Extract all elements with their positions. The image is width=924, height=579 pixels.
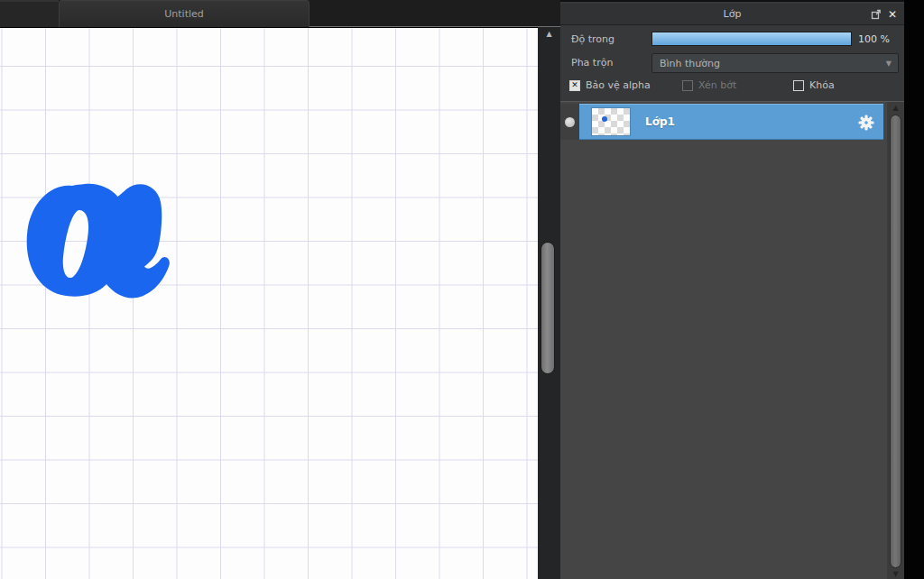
layer-panel-title: Lớp xyxy=(560,8,904,20)
layer-settings-gear-icon[interactable] xyxy=(858,115,874,131)
checkbox-lock[interactable]: Khóa xyxy=(793,79,835,91)
checkbox-protect-alpha-label: Bảo vệ alpha xyxy=(586,79,651,91)
layer-visibility-cell[interactable] xyxy=(560,104,579,140)
layer-list: Lớp1 ▲ ▼ xyxy=(560,101,904,579)
layer-visible-icon xyxy=(565,117,575,127)
canvas-vertical-scrollbar[interactable]: ▲ xyxy=(538,27,560,579)
canvas-artwork-letter-a xyxy=(18,176,180,302)
chevron-down-icon: ▼ xyxy=(886,60,892,68)
opacity-slider-fill xyxy=(652,32,851,45)
tab-bar-leading-segment xyxy=(0,0,59,27)
document-tab-untitled[interactable]: Untitled xyxy=(59,0,310,27)
layer-name: Lớp1 xyxy=(645,115,675,128)
checkbox-protect-alpha[interactable]: ✕ Bảo vệ alpha xyxy=(569,79,651,91)
app-window: Untitled ▲ Lớp ✕ Độ trong xyxy=(0,0,924,579)
scroll-up-icon[interactable]: ▲ xyxy=(887,104,904,113)
checkbox-checked-icon: ✕ xyxy=(569,80,580,91)
canvas-scrollbar-thumb[interactable] xyxy=(541,242,555,374)
blend-mode-selected: Bình thường xyxy=(660,58,720,69)
popout-panel-icon[interactable] xyxy=(871,9,882,20)
window-right-gutter xyxy=(904,0,924,579)
drawing-canvas[interactable] xyxy=(0,28,538,579)
checkbox-lock-label: Khóa xyxy=(809,79,835,91)
scroll-up-icon[interactable]: ▲ xyxy=(538,29,560,40)
layer-list-scrollbar[interactable]: ▲ ▼ xyxy=(887,102,904,579)
scroll-down-icon[interactable]: ▼ xyxy=(887,570,904,579)
layer-row-selected[interactable]: Lớp1 xyxy=(579,104,883,140)
layer-list-scrollbar-thumb[interactable] xyxy=(890,115,901,568)
checkbox-empty-icon xyxy=(793,80,804,91)
document-tab-label: Untitled xyxy=(164,8,204,20)
opacity-label: Độ trong xyxy=(571,33,614,45)
layer-option-row: ✕ Bảo vệ alpha Xén bớt Khóa xyxy=(560,79,904,97)
blend-label: Pha trộn xyxy=(571,57,613,69)
checkbox-clipping-label: Xén bớt xyxy=(698,79,736,91)
opacity-value: 100 % xyxy=(858,33,890,45)
layer-thumbnail-mark xyxy=(602,116,607,122)
layer-panel: Lớp ✕ Độ trong 100 % Pha trộn Bình thườn… xyxy=(560,0,904,579)
checkbox-clipping[interactable]: Xén bớt xyxy=(682,79,736,91)
layer-panel-titlebar[interactable]: Lớp ✕ xyxy=(560,4,904,25)
close-panel-icon[interactable]: ✕ xyxy=(888,9,897,20)
checkbox-empty-icon xyxy=(682,80,693,91)
blend-mode-dropdown[interactable]: Bình thường ▼ xyxy=(651,53,899,73)
layer-thumbnail xyxy=(592,108,630,135)
opacity-slider[interactable] xyxy=(651,32,852,46)
layer-row-lop1[interactable]: Lớp1 xyxy=(560,104,887,140)
layer-controls: Độ trong 100 % Pha trộn Bình thường ▼ ✕ … xyxy=(560,25,904,101)
document-tab-bar: Untitled xyxy=(0,0,560,27)
